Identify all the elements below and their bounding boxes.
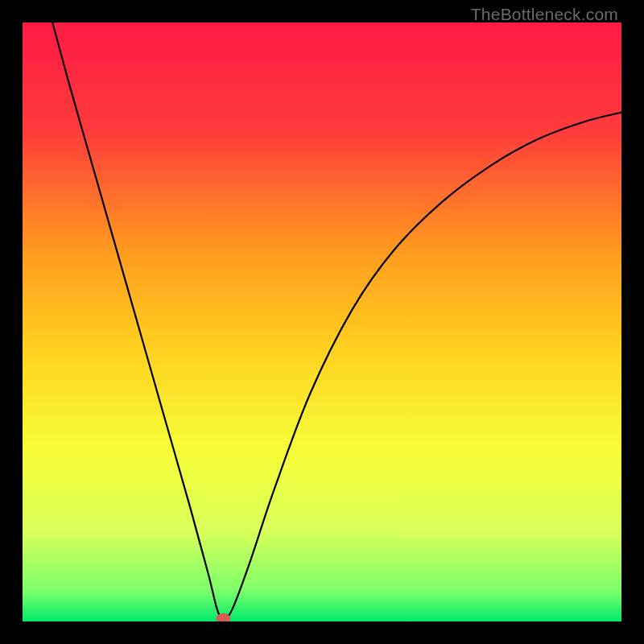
chart-plot-area: [23, 23, 621, 621]
chart-background: [23, 23, 621, 621]
chart-svg: [23, 23, 621, 621]
watermark-label: TheBottleneck.com: [471, 5, 618, 24]
